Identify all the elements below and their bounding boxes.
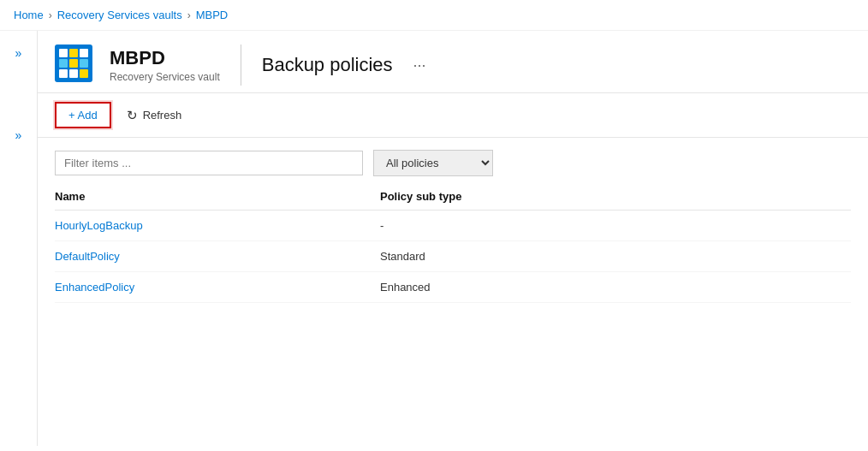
sidebar-expand-icon[interactable]: » — [12, 43, 26, 63]
sidebar: » » — [0, 31, 38, 446]
refresh-label: Refresh — [143, 109, 182, 122]
icon-cell-2 — [69, 49, 78, 57]
page-header: MBPD Recovery Services vault Backup poli… — [38, 31, 868, 93]
policy-sub-type-cell-3: Enhanced — [380, 281, 851, 294]
policy-link-2[interactable]: DefaultPolicy — [55, 250, 120, 263]
breadcrumb-sep-1: › — [49, 9, 52, 21]
icon-cell-5 — [69, 59, 78, 68]
breadcrumb-home[interactable]: Home — [14, 9, 44, 21]
icon-cell-1 — [59, 49, 68, 57]
policy-name-cell-1: HourlyLogBackup — [55, 219, 380, 232]
refresh-icon: ↻ — [127, 108, 138, 123]
header-title-block: MBPD Recovery Services vault — [110, 47, 220, 83]
table-row: DefaultPolicy Standard — [55, 241, 851, 272]
table-row: HourlyLogBackup - — [55, 211, 851, 241]
vault-icon — [55, 45, 96, 86]
icon-cell-3 — [80, 49, 88, 57]
header-divider — [241, 45, 241, 86]
filter-row: All policies — [38, 138, 868, 183]
col-header-policy-sub-type: Policy sub type — [380, 190, 851, 203]
icon-cell-6 — [80, 59, 88, 68]
policy-name-cell-2: DefaultPolicy — [55, 250, 380, 263]
sidebar-expand-icon-2[interactable]: » — [12, 125, 26, 145]
more-options-button[interactable]: ··· — [413, 56, 426, 74]
vault-name: MBPD — [110, 47, 220, 69]
table-area: Name Policy sub type HourlyLogBackup - D… — [38, 183, 868, 303]
refresh-button[interactable]: ↻ Refresh — [115, 103, 194, 128]
policy-name-cell-3: EnhancedPolicy — [55, 281, 380, 294]
content-area: MBPD Recovery Services vault Backup poli… — [38, 31, 868, 446]
col-header-name: Name — [55, 190, 380, 203]
policy-link-1[interactable]: HourlyLogBackup — [55, 219, 143, 232]
policy-type-dropdown[interactable]: All policies — [373, 150, 493, 176]
policy-sub-type-cell-1: - — [380, 219, 851, 232]
table-row: EnhancedPolicy Enhanced — [55, 272, 851, 303]
breadcrumb: Home › Recovery Services vaults › MBPD — [0, 0, 868, 31]
icon-cell-4 — [59, 59, 68, 68]
icon-cell-7 — [59, 69, 68, 78]
breadcrumb-vault-section[interactable]: Recovery Services vaults — [57, 9, 182, 21]
policy-sub-type-cell-2: Standard — [380, 250, 851, 263]
breadcrumb-current: MBPD — [196, 9, 229, 21]
breadcrumb-sep-2: › — [187, 9, 191, 21]
icon-cell-9 — [80, 69, 88, 78]
filter-input[interactable] — [55, 151, 363, 175]
icon-cell-8 — [69, 69, 78, 78]
table-header: Name Policy sub type — [55, 183, 851, 211]
toolbar: + Add ↻ Refresh — [38, 93, 868, 138]
vault-type: Recovery Services vault — [110, 71, 220, 83]
add-button[interactable]: + Add — [55, 102, 111, 128]
section-title: Backup policies — [262, 54, 393, 76]
policy-link-3[interactable]: EnhancedPolicy — [55, 281, 134, 294]
